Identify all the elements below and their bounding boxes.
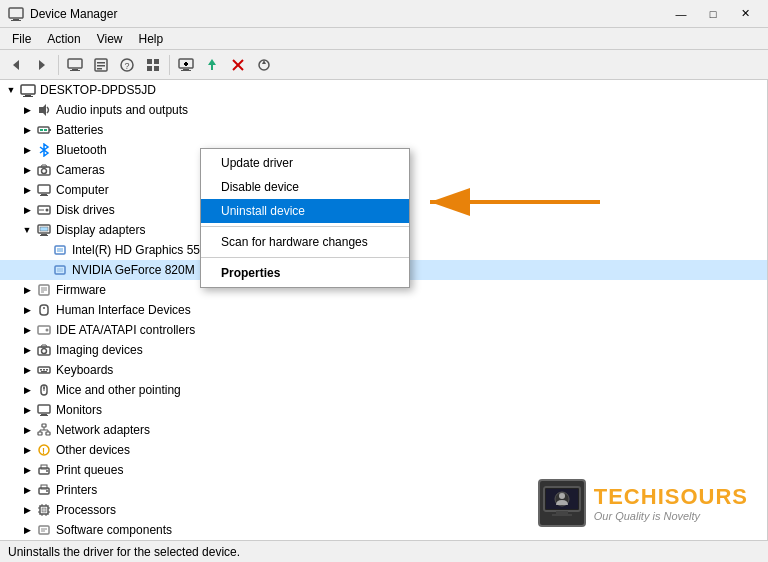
mouse-icon: [36, 382, 52, 398]
item-toggle[interactable]: ▶: [20, 443, 34, 457]
svg-rect-31: [23, 96, 33, 97]
list-item[interactable]: ▶ ! Other devices: [0, 440, 767, 460]
scan-button[interactable]: [252, 53, 276, 77]
svg-rect-54: [57, 268, 63, 272]
item-toggle[interactable]: ▶: [20, 303, 34, 317]
display-adapters-icon: [36, 222, 52, 238]
list-item[interactable]: ▶ Processors: [0, 500, 767, 520]
list-item[interactable]: ▶ Print queues: [0, 460, 767, 480]
list-item[interactable]: ▶ Network adapters: [0, 420, 767, 440]
svg-rect-17: [154, 66, 159, 71]
properties-button[interactable]: [89, 53, 113, 77]
svg-rect-70: [41, 371, 47, 373]
item-label: NVIDIA GeForce 820M: [72, 263, 195, 277]
item-toggle[interactable]: ▶: [20, 183, 34, 197]
menu-help[interactable]: Help: [131, 30, 172, 48]
firmware-icon: [36, 282, 52, 298]
menu-view[interactable]: View: [89, 30, 131, 48]
list-item[interactable]: ▶ Batteries: [0, 120, 767, 140]
nvidia-icon: [52, 262, 68, 278]
close-button[interactable]: ✕: [730, 4, 760, 24]
back-button[interactable]: [4, 53, 28, 77]
list-item[interactable]: ▶ Human Interface Devices: [0, 300, 767, 320]
toolbar: ?: [0, 50, 768, 80]
item-toggle[interactable]: ▶: [20, 123, 34, 137]
item-toggle[interactable]: ▶: [20, 323, 34, 337]
svg-marker-65: [41, 345, 47, 347]
intel-icon: [52, 242, 68, 258]
item-toggle[interactable]: ▶: [20, 523, 34, 537]
list-item[interactable]: ▶ Software components: [0, 520, 767, 540]
svg-marker-3: [13, 60, 19, 70]
svg-rect-0: [9, 8, 23, 18]
item-label: Cameras: [56, 163, 105, 177]
svg-rect-79: [46, 432, 50, 435]
list-item[interactable]: ▶ Monitors: [0, 400, 767, 420]
bluetooth-icon: [36, 142, 52, 158]
item-label: Human Interface Devices: [56, 303, 191, 317]
forward-button[interactable]: [30, 53, 54, 77]
item-toggle[interactable]: ▶: [20, 143, 34, 157]
item-toggle[interactable]: ▶: [20, 383, 34, 397]
menu-file[interactable]: File: [4, 30, 39, 48]
ctx-disable-device[interactable]: Disable device: [201, 175, 409, 199]
ctx-scan-hardware[interactable]: Scan for hardware changes: [201, 230, 409, 254]
list-item[interactable]: ▶ Audio inputs and outputs: [0, 100, 767, 120]
uninstall-button[interactable]: [226, 53, 250, 77]
item-label: Disk drives: [56, 203, 115, 217]
svg-rect-36: [44, 129, 47, 131]
item-toggle[interactable]: ▼: [20, 223, 34, 237]
ctx-update-driver[interactable]: Update driver: [201, 151, 409, 175]
item-toggle[interactable]: ▶: [20, 343, 34, 357]
ctx-separator-2: [201, 257, 409, 258]
menu-action[interactable]: Action: [39, 30, 88, 48]
svg-rect-35: [40, 129, 43, 131]
svg-point-60: [43, 307, 45, 309]
minimize-button[interactable]: —: [666, 4, 696, 24]
item-toggle[interactable]: ▶: [20, 363, 34, 377]
item-toggle[interactable]: ▶: [20, 503, 34, 517]
svg-rect-50: [40, 227, 48, 231]
list-item[interactable]: ▶ Imaging devices: [0, 340, 767, 360]
tree-root[interactable]: ▼ DESKTOP-DPDS5JD: [0, 80, 767, 100]
item-label: Mice and other pointing: [56, 383, 181, 397]
svg-marker-37: [40, 144, 48, 156]
item-toggle[interactable]: ▶: [20, 103, 34, 117]
list-item[interactable]: ▶ IDE ATA/ATAPI controllers: [0, 320, 767, 340]
app-icon: [8, 6, 24, 22]
item-toggle[interactable]: ▶: [20, 283, 34, 297]
root-icon: [20, 82, 36, 98]
list-item[interactable]: ▶ Printers: [0, 480, 767, 500]
item-toggle[interactable]: ▶: [20, 403, 34, 417]
window-title: Device Manager: [30, 7, 666, 21]
svg-rect-20: [181, 70, 191, 71]
help-button[interactable]: ?: [115, 53, 139, 77]
item-toggle[interactable]: ▶: [20, 483, 34, 497]
svg-point-39: [42, 169, 47, 174]
ctx-properties[interactable]: Properties: [201, 261, 409, 285]
svg-marker-32: [39, 104, 46, 116]
item-toggle[interactable]: ▶: [20, 463, 34, 477]
update-button[interactable]: [200, 53, 224, 77]
other-icon: !: [36, 442, 52, 458]
item-label: Software components: [56, 523, 172, 537]
svg-rect-2: [11, 20, 21, 21]
grid-button[interactable]: [141, 53, 165, 77]
list-item[interactable]: ▶ Mice and other pointing: [0, 380, 767, 400]
item-toggle[interactable]: ▶: [20, 423, 34, 437]
root-toggle[interactable]: ▼: [4, 83, 18, 97]
computer-icon: [36, 182, 52, 198]
item-label: Other devices: [56, 443, 130, 457]
list-item[interactable]: ▶ Keyboards: [0, 360, 767, 380]
item-toggle[interactable]: ▶: [20, 163, 34, 177]
svg-text:!: !: [42, 446, 45, 456]
item-label: Firmware: [56, 283, 106, 297]
ctx-separator: [201, 226, 409, 227]
display-button[interactable]: [174, 53, 198, 77]
computer-button[interactable]: [63, 53, 87, 77]
maximize-button[interactable]: □: [698, 4, 728, 24]
item-toggle[interactable]: ▶: [20, 203, 34, 217]
svg-rect-10: [97, 65, 105, 67]
ide-icon: [36, 322, 52, 338]
ctx-uninstall-device[interactable]: Uninstall device: [201, 199, 409, 223]
